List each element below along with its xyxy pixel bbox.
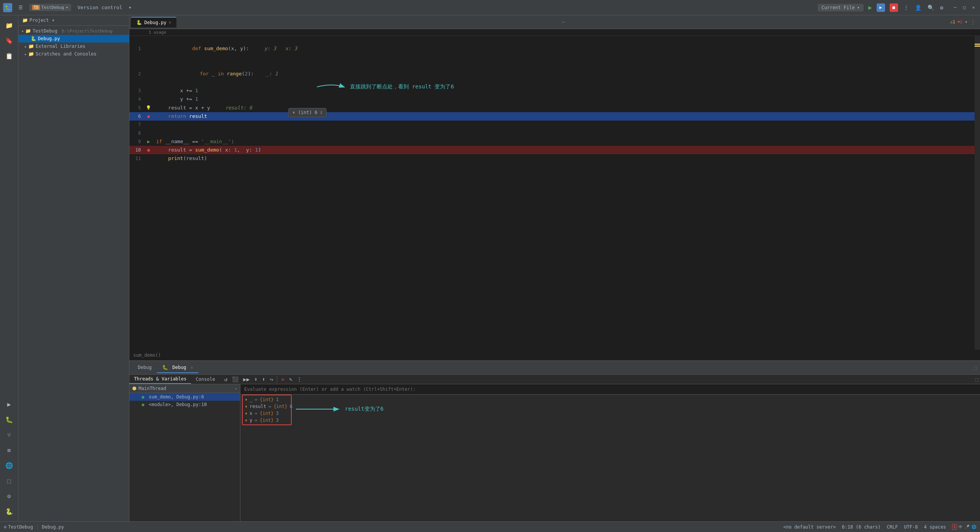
warning-count: ⚠1: [950, 20, 955, 24]
code-line-8: 8: [129, 129, 980, 137]
thread-selector[interactable]: MainThread ▾: [129, 384, 240, 393]
scratches-arrow-icon: ▸: [24, 52, 27, 56]
status-no-server[interactable]: <no default server>: [783, 524, 836, 530]
line-10-icon: ●: [145, 146, 152, 154]
maximize-panel-icon[interactable]: ⬚: [974, 365, 977, 371]
debug-panel: Debug 🐛 Debug ✕ ⬚ Threads & Variables Co…: [129, 361, 980, 521]
annotation-result: result变为了6: [296, 405, 384, 413]
breadcrumb-sumDemo: sum_demo(): [133, 352, 161, 358]
testdebug-label[interactable]: TD TestDebug ▾: [29, 4, 71, 11]
tab-debug-active-label: Debug: [172, 365, 186, 370]
step-out-button[interactable]: ↪: [268, 375, 274, 383]
tree-item-debugpy[interactable]: 🐍 Debug.py: [18, 35, 129, 42]
toolbar-separator: [277, 376, 277, 383]
notif-chevron-icon: ▾: [965, 20, 967, 24]
pause-button[interactable]: ⬛: [230, 375, 240, 383]
git-icon[interactable]: ⑂: [2, 428, 16, 442]
edit-watches-button[interactable]: ✎: [287, 375, 294, 383]
editor-toolbar-right: ⚠1 ⚑2 ▾ ⋮: [950, 19, 978, 25]
tree-item-scratches-label: Scratches and Consoles: [36, 51, 96, 57]
var-item-x: ♦ x = {int} 3: [245, 410, 289, 417]
tab-debug-py[interactable]: 🐍 Debug.py ✕: [131, 17, 176, 28]
root-folder-icon: 📁: [25, 28, 31, 34]
status-indent-label: 4 spaces: [924, 524, 946, 530]
status-lang-icons: 中 🎤 🌐: [959, 524, 976, 530]
editor-right-toolbar-icon[interactable]: ⋮: [970, 19, 975, 25]
status-ime[interactable]: S 中 🎤 🌐: [952, 524, 976, 530]
frame-icon-1: ◉: [142, 402, 144, 407]
debug-icon[interactable]: 🐛: [2, 413, 16, 426]
tab-debug-active[interactable]: 🐛 Debug ✕: [157, 362, 198, 373]
account-icon[interactable]: 👤: [914, 4, 922, 11]
tree-item-external-libs[interactable]: ▸ 📁 External Libraries: [18, 42, 129, 50]
code-editor[interactable]: 1 def sum_demo(x, y): y: 3 x: 3 2 for _ …: [129, 36, 980, 350]
step-over-button[interactable]: ⬇: [253, 375, 259, 383]
tab-debug-first[interactable]: Debug: [132, 362, 157, 373]
terminal-icon[interactable]: ⬚: [2, 474, 16, 488]
line-num-1: 1: [129, 44, 145, 53]
expand-panel-icon[interactable]: ⬚: [974, 375, 980, 384]
tab-console[interactable]: Console: [191, 375, 220, 383]
tree-root-item[interactable]: ▾ 📁 TestDebug D:\Project\TestDebug: [18, 27, 129, 35]
sidebar-tree: ▾ 📁 TestDebug D:\Project\TestDebug 🐍 Deb…: [18, 26, 129, 521]
status-encoding-label: CRLF: [887, 524, 898, 530]
version-control-menu[interactable]: Version control: [75, 4, 124, 11]
scrollbar-warning-marker: [975, 44, 980, 45]
tree-item-scratches[interactable]: ▸ 📁 Scratches and Consoles: [18, 50, 129, 58]
frame-item-0[interactable]: ◉ sum_demo, Debug.py:6: [129, 393, 240, 401]
structure-icon[interactable]: 📋: [2, 49, 16, 63]
maximize-button[interactable]: □: [961, 4, 968, 11]
tab-more-icon[interactable]: ⋯: [560, 18, 566, 26]
tab-threads-variables[interactable]: Threads & Variables: [129, 375, 191, 384]
evaluate-expression-input[interactable]: [240, 384, 980, 395]
status-position[interactable]: 6:18 (6 chars): [842, 524, 880, 530]
status-utf8-label: UTF-8: [904, 524, 918, 530]
more-options-icon[interactable]: ⋮: [903, 4, 910, 11]
hamburger-menu[interactable]: ☰: [16, 4, 25, 11]
current-file-selector[interactable]: Current File ▾: [818, 4, 864, 11]
project-explorer-icon[interactable]: 📁: [2, 18, 16, 32]
line-5-code: result = x + y result: 6: [152, 104, 252, 112]
status-indent[interactable]: 4 spaces: [924, 524, 946, 530]
todo-icon[interactable]: ⊙: [2, 489, 16, 503]
restart-button[interactable]: ↺: [223, 375, 229, 383]
step-arrow-icon: ▶: [147, 139, 150, 144]
settings-icon[interactable]: ⚙: [939, 4, 944, 11]
tab-debug-close-icon[interactable]: ✕: [191, 365, 193, 370]
var-value-0: 1: [276, 397, 279, 402]
close-button[interactable]: ✕: [970, 4, 977, 11]
debug-toolbar-buttons: ↺ ⬛ ▶▶ ⬇ ⬆ ↪ ✕ ✎ ⋮: [223, 375, 304, 383]
notification-bar[interactable]: ⚠1 ⚑2 ▾: [950, 20, 967, 24]
status-utf8[interactable]: UTF-8: [904, 524, 918, 530]
stop-debug-button[interactable]: ✕: [279, 375, 286, 383]
breakpoint-icon-6[interactable]: ●: [147, 114, 150, 119]
var-icon-underscore: ♦: [245, 398, 247, 402]
minimize-button[interactable]: ─: [952, 4, 959, 11]
run-icon[interactable]: ▶: [2, 397, 16, 411]
earth-icon[interactable]: 🌐: [2, 459, 16, 472]
stop-button[interactable]: ■: [890, 3, 898, 12]
run-button[interactable]: ▶: [868, 4, 872, 11]
debug-run-button[interactable]: ▶: [877, 3, 885, 12]
line-11-code: print(result): [152, 154, 207, 163]
tab-close-icon[interactable]: ✕: [169, 20, 172, 25]
var-value-3: 3: [276, 418, 279, 423]
var-name-y: y: [250, 418, 252, 423]
frame-item-1[interactable]: ◉ <module>, Debug.py:10: [129, 401, 240, 408]
more-debug-options[interactable]: ⋮: [295, 375, 304, 383]
resume-button[interactable]: ▶▶: [242, 375, 251, 383]
breakpoint-icon-10[interactable]: ●: [147, 147, 150, 153]
bookmarks-icon[interactable]: 🔖: [2, 34, 16, 47]
search-icon[interactable]: 🔍: [927, 4, 935, 11]
status-file[interactable]: Debug.py: [42, 524, 64, 530]
status-project-icon: ⊙: [4, 524, 7, 530]
var-icon-y: ♦: [245, 418, 247, 423]
line-num-8: 8: [129, 129, 145, 137]
tooltip-info-icon[interactable]: ℹ: [320, 110, 322, 115]
status-project[interactable]: ⊙ TestDebug: [4, 524, 33, 530]
status-encoding[interactable]: CRLF: [887, 524, 898, 530]
step-into-button[interactable]: ⬆: [261, 375, 267, 383]
python-icon[interactable]: 🐍: [2, 504, 16, 518]
layers-icon[interactable]: ≡: [2, 443, 16, 457]
tab-console-label: Console: [196, 377, 215, 382]
